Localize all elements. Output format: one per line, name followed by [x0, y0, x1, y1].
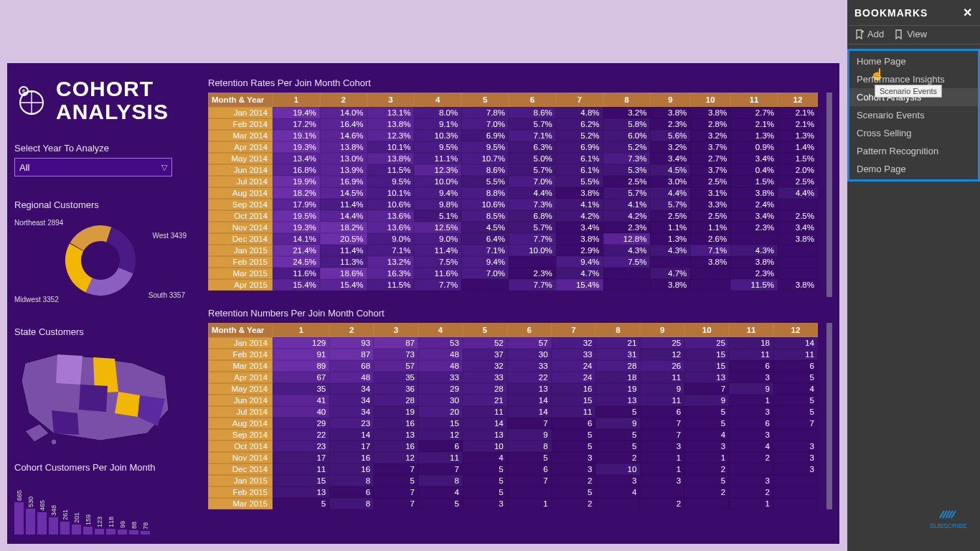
table-row[interactable]: Dec 201414.1%20.5%9.0%9.0%6.4%7.7%3.8%12…: [208, 233, 818, 245]
bookmarks-list: ☝ Home PagePerformance InsightsCohort An…: [847, 49, 980, 182]
table-row[interactable]: Mar 20148968574832332428261566: [208, 360, 818, 372]
panel-toolbar: Add View: [847, 25, 980, 44]
view-bookmark-button[interactable]: View: [894, 29, 927, 39]
bar[interactable]: 78: [141, 508, 150, 534]
close-icon[interactable]: ✕: [963, 6, 973, 19]
numbers-table[interactable]: Month & Year123456789101112Jan 201412993…: [208, 323, 818, 509]
bookmarks-panel: BOOKMARKS ✕ Add View ☝ Home PagePerforma…: [847, 0, 980, 551]
table-row[interactable]: Jul 201419.9%16.9%9.5%10.0%5.5%7.0%5.5%2…: [208, 176, 818, 187]
bookmark-item[interactable]: Home Page: [849, 52, 978, 70]
table-row[interactable]: Jan 201419.4%14.0%13.1%8.0%7.8%8.6%4.8%3…: [208, 107, 818, 118]
table-row[interactable]: Feb 201524.5%11.3%13.2%7.5%9.4%9.4%7.5%3…: [208, 256, 818, 268]
donut-label: South 3357: [149, 291, 185, 299]
regional-donut-chart[interactable]: Northeast 2894 West 3439 South 3357 Midw…: [14, 210, 187, 303]
table-row[interactable]: Mar 2015587531221: [208, 498, 818, 509]
cohort-bars-chart[interactable]: 665530465348261201159123118998878: [14, 477, 194, 534]
table-row[interactable]: Feb 2014918773483730333112151111: [208, 349, 818, 360]
bookmark-item[interactable]: Cross Selling: [849, 124, 978, 142]
bar[interactable]: 99: [118, 507, 127, 534]
rates-table-title: Retention Rates Per Join Month Cohort: [208, 77, 832, 88]
subscribe-watermark: SUBSCRIBE: [930, 508, 967, 529]
table-row[interactable]: Nov 201419.3%18.2%13.6%12.5%4.5%5.7%3.4%…: [208, 222, 818, 233]
table-row[interactable]: Sep 20142214131213955743: [208, 429, 818, 441]
bar[interactable]: 665: [14, 479, 24, 534]
table-row[interactable]: Jul 20144034192011141156535: [208, 406, 818, 418]
state-title: State Customers: [14, 326, 201, 337]
table-row[interactable]: Jan 201521.4%11.4%7.1%11.4%7.1%10.0%2.9%…: [208, 245, 818, 256]
year-select-label: Select Year To Analyze: [14, 143, 201, 154]
bar[interactable]: 465: [37, 489, 47, 534]
table-row[interactable]: Apr 201515.4%15.4%11.5%7.7%7.7%15.4%3.8%…: [208, 279, 818, 291]
bar[interactable]: 159: [83, 504, 93, 534]
table-row[interactable]: Aug 201429231615147697567: [208, 418, 818, 429]
table-row[interactable]: Dec 201411167756310123: [208, 463, 818, 475]
donut-label: Midwest 3352: [14, 296, 59, 303]
table-row[interactable]: Jun 201416.8%13.9%11.5%12.3%8.6%5.7%6.1%…: [208, 164, 818, 176]
bookmark-item[interactable]: Scenario Events⋯: [849, 106, 978, 124]
tooltip: Scenario Events: [875, 85, 942, 98]
table-row[interactable]: Aug 201418.2%14.5%10.1%9.4%8.8%4.4%3.8%5…: [208, 187, 818, 199]
scrollbar[interactable]: [826, 323, 832, 509]
table-row[interactable]: Jun 2014413428302114151311915: [208, 395, 818, 406]
table-row[interactable]: Nov 20141716121145321123: [208, 452, 818, 463]
bar[interactable]: 123: [95, 506, 104, 534]
regional-title: Regional Customers: [14, 199, 201, 210]
table-row[interactable]: Apr 20146748353333222418111335: [208, 372, 818, 383]
donut-label: West 3439: [152, 232, 187, 240]
report-title: COHORT ANALYSIS: [56, 77, 169, 123]
add-bookmark-button[interactable]: Add: [854, 29, 884, 39]
rates-table[interactable]: Month & Year123456789101112Jan 201419.4%…: [208, 93, 818, 291]
table-row[interactable]: Feb 201417.2%16.4%13.8%9.1%7.0%5.7%6.2%5…: [208, 118, 818, 130]
table-row[interactable]: Oct 20142317166108553343: [208, 441, 818, 452]
bar[interactable]: 201: [72, 501, 81, 534]
chevron-down-icon: ▽: [161, 163, 167, 172]
state-map-chart[interactable]: [14, 342, 179, 449]
report-title-block: $ COHORT ANALYSIS: [14, 77, 201, 123]
table-row[interactable]: Oct 201419.5%14.4%13.6%5.1%8.5%6.8%4.2%4…: [208, 210, 818, 222]
bar[interactable]: 530: [26, 486, 35, 534]
table-row[interactable]: Mar 201419.1%14.6%12.3%10.3%6.9%7.1%5.2%…: [208, 130, 818, 141]
year-select[interactable]: All ▽: [14, 158, 172, 176]
globe-money-icon: $: [14, 83, 49, 118]
scrollbar[interactable]: [826, 93, 832, 297]
bar[interactable]: 348: [49, 494, 58, 534]
table-row[interactable]: Sep 201417.9%11.4%10.6%9.8%10.6%7.3%4.1%…: [208, 199, 818, 210]
bar[interactable]: 88: [129, 507, 138, 534]
cohort-bars-title: Cohort Customers Per Join Month: [14, 462, 201, 473]
table-row[interactable]: May 201413.4%13.0%13.8%11.1%10.7%5.0%6.1…: [208, 153, 818, 164]
svg-text:$: $: [22, 88, 25, 95]
right-column: Retention Rates Per Join Month Cohort Mo…: [208, 70, 832, 544]
panel-title: BOOKMARKS: [854, 7, 928, 19]
panel-header: BOOKMARKS ✕: [847, 0, 980, 25]
year-select-value: All: [19, 162, 29, 173]
table-row[interactable]: Mar 201511.6%18.6%16.3%11.6%7.0%2.3%4.7%…: [208, 268, 818, 279]
svg-point-7: [51, 439, 57, 445]
bar[interactable]: 118: [106, 506, 116, 534]
table-row[interactable]: Jan 20141299387535257322125251814: [208, 337, 818, 349]
report-canvas: $ COHORT ANALYSIS Select Year To Analyze…: [7, 63, 839, 544]
numbers-table-title: Retention Numbers Per Join Month Cohort: [208, 308, 832, 319]
table-row[interactable]: May 201435343629281316199794: [208, 383, 818, 395]
left-column: $ COHORT ANALYSIS Select Year To Analyze…: [14, 70, 201, 544]
table-row[interactable]: Jan 2015158585723353: [208, 475, 818, 486]
donut-label: Northeast 2894: [14, 219, 63, 227]
bar[interactable]: 261: [60, 499, 70, 534]
table-row[interactable]: Apr 201419.3%13.8%10.1%9.5%9.5%6.3%6.9%5…: [208, 141, 818, 153]
bookmark-item[interactable]: Pattern Recognition: [849, 142, 978, 160]
table-row[interactable]: Feb 20151367455422: [208, 486, 818, 498]
bookmark-item[interactable]: Demo Page: [849, 160, 978, 178]
